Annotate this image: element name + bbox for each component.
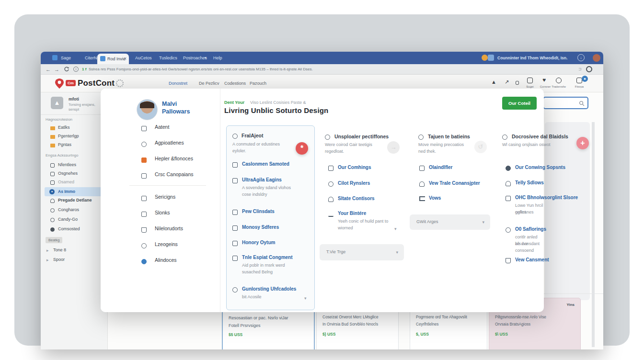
modal-nav-item[interactable]: Nilelorudorts: [155, 225, 183, 231]
modal-nav-item[interactable]: Aatent: [155, 124, 169, 130]
modal-link[interactable]: Our Comhings: [338, 165, 371, 170]
modal-link[interactable]: Olaindlfler: [429, 165, 452, 170]
sync-badge[interactable]: ↺: [474, 141, 487, 153]
modal-link[interactable]: Telly Sdlows: [515, 180, 544, 185]
modal-nav-item[interactable]: Sericigns: [155, 194, 175, 200]
mountain-icon[interactable]: ▲: [491, 79, 496, 85]
tree-item[interactable]: Spoor: [53, 257, 65, 262]
rows-icon: [232, 225, 238, 231]
sidebar-item[interactable]: Nfentlees: [58, 162, 76, 167]
nav-tab[interactable]: Pazouch: [250, 81, 266, 86]
apps-dropdown[interactable]: GWit Arges ▾: [410, 214, 490, 230]
modal-link[interactable]: Vew Trale Conansjpter: [429, 180, 480, 186]
sidebar-item[interactable]: Comsosted: [58, 226, 80, 231]
modal-link[interactable]: Your Bintére: [338, 211, 366, 216]
sidebar-item-selected[interactable]: ● As Immo: [45, 187, 104, 196]
plus-badge[interactable]: +: [576, 137, 589, 149]
modal-link[interactable]: Our Conwing Sopsnts: [515, 165, 565, 170]
gear-icon[interactable]: [116, 79, 124, 87]
sidebar-item[interactable]: Eatlks: [58, 125, 70, 130]
modal-nav-item[interactable]: Crsc Canopaians: [155, 171, 194, 177]
flask-icon: [328, 166, 334, 171]
reload-icon[interactable]: [64, 67, 69, 72]
share-icon[interactable]: ↗: [505, 79, 509, 85]
url-text[interactable]: Sslrea nrs Psss Forsjons-ond-ysid-ar-stl…: [89, 64, 313, 75]
nav-tab[interactable]: Codestions: [224, 81, 246, 86]
asterisk-badge[interactable]: *: [296, 142, 308, 155]
modal-nav-item[interactable]: Hepler &flonoces: [155, 156, 193, 161]
nav-tab-documents[interactable]: Donostret: [169, 81, 187, 86]
search-input[interactable]: [543, 97, 588, 109]
person-icon: [328, 197, 334, 202]
modal-link[interactable]: Vows: [429, 195, 441, 201]
modal-link[interactable]: Pew Clinsdats: [242, 209, 275, 214]
caret-right-icon[interactable]: ▸: [46, 258, 49, 262]
bookmark-icon[interactable]: ⊐: [578, 64, 582, 75]
sidebar-item[interactable]: Osgnehes: [58, 171, 78, 176]
page-scrollbar[interactable]: [592, 122, 595, 347]
sync-icon[interactable]: [556, 78, 562, 83]
modal-link[interactable]: Cilot Rynslers: [338, 180, 370, 186]
cta-button[interactable]: Our Coteil: [502, 97, 537, 110]
browser-tab-active[interactable]: Rod Invie ×: [97, 54, 129, 64]
modal-link[interactable]: Vew Cansment: [515, 257, 549, 262]
modal-link[interactable]: Monosy Sdferes: [242, 225, 279, 230]
modal-nav-item[interactable]: Lzeogeins: [155, 241, 178, 247]
sidebar-item[interactable]: Pgntas: [58, 142, 71, 147]
sidebar-item[interactable]: Congharos: [58, 207, 79, 212]
tab-close-icon[interactable]: ×: [124, 56, 126, 62]
sidebar-item[interactable]: Pgenterlgp: [58, 134, 79, 138]
account-text: Counninter Ind Thom Wheodidt, Isn.: [497, 52, 567, 64]
arrow-badge[interactable]: →: [387, 141, 400, 154]
chevron-down-icon[interactable]: ▾: [304, 296, 307, 301]
sidebar-item[interactable]: Candy-Go: [58, 217, 78, 222]
forward-icon[interactable]: →: [54, 64, 59, 75]
modal-link[interactable]: Caslonmen Samoted: [242, 161, 289, 167]
profile-avatar[interactable]: [593, 54, 600, 62]
column-title: Tajuen te batieins: [428, 134, 470, 139]
modal-link[interactable]: O0 Saflorings: [515, 226, 546, 232]
modal-link[interactable]: Honory Oytum: [242, 240, 275, 245]
tree-item[interactable]: Tone 8: [53, 248, 66, 252]
back-icon[interactable]: ←: [46, 64, 51, 75]
type-dropdown[interactable]: T.Vie Trge ▾: [320, 244, 404, 260]
stamp-icon: [232, 256, 238, 261]
browser-tab[interactable]: Help: [213, 52, 222, 64]
modal-link[interactable]: OHC Bhnolwsorglint Slsore: [515, 195, 578, 200]
browser-tab[interactable]: AuCetos: [135, 52, 152, 64]
download-icon[interactable]: ↓: [577, 54, 585, 61]
link-desc: susached Belng: [242, 269, 273, 276]
account-avatar[interactable]: [482, 55, 488, 61]
record-icon: [232, 287, 238, 292]
sidebar-item[interactable]: Pregade Detlane: [58, 198, 92, 202]
doc-icon: [50, 180, 55, 185]
nav-tab[interactable]: De Pezlicv: [199, 81, 219, 86]
divider: [129, 185, 206, 186]
account-avatar[interactable]: [488, 55, 494, 61]
modal-link[interactable]: Tnle Espiat Congment: [242, 255, 293, 260]
modal-link[interactable]: UltraAgila Eagins: [242, 177, 282, 182]
caret-right-icon[interactable]: ▸: [46, 248, 49, 253]
sidebar-item[interactable]: Osamed: [58, 180, 74, 184]
modal-link[interactable]: Sltate Contisors: [338, 196, 375, 201]
tab-dropdown-icon[interactable]: ▾: [205, 52, 207, 64]
browser-tab[interactable]: Postroaches: [183, 52, 207, 64]
modal-nav-item[interactable]: Agpioatlenes: [155, 140, 184, 146]
surges-icon[interactable]: [527, 78, 533, 83]
browser-tab[interactable]: Tusledics: [159, 52, 177, 64]
link-desc: Aid poblr in rnsrk werd: [242, 262, 285, 269]
modal-nav-item[interactable]: Alindoces: [155, 257, 177, 263]
workspace-name[interactable]: mfoti: [69, 97, 79, 101]
modal-nav-item[interactable]: Slonks: [155, 210, 170, 215]
extension-icon[interactable]: [586, 66, 592, 72]
modal-link[interactable]: Gunlorsting Uhfcadoles: [242, 286, 296, 292]
chevron-down-icon[interactable]: ▾: [394, 226, 397, 231]
card-price: $) USS: [322, 332, 335, 337]
person-icon: [50, 199, 55, 203]
site-info-icon[interactable]: i: [73, 67, 79, 72]
card-price: $, USS: [416, 332, 429, 337]
browser-window: Sage CiterNow Rod Invie × AuCetos Tusled…: [41, 52, 603, 349]
heart-icon[interactable]: ♥: [542, 77, 546, 83]
browser-tab[interactable]: Sage: [61, 52, 71, 64]
workspace-avatar[interactable]: ▲: [51, 97, 63, 109]
